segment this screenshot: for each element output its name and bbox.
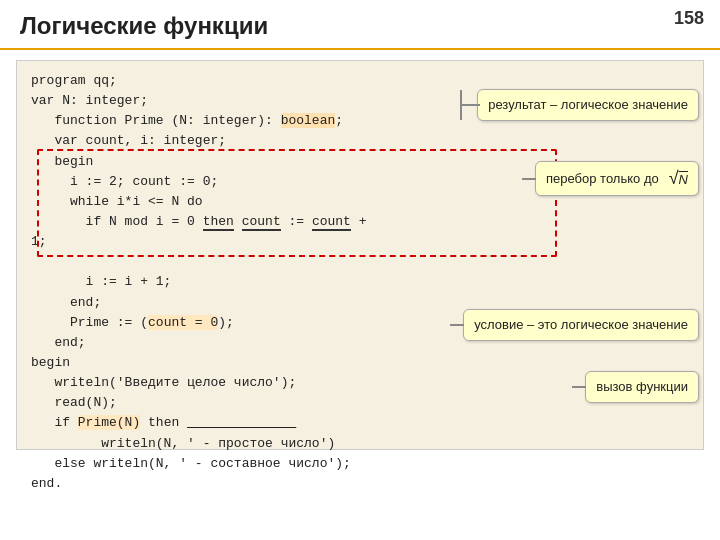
code-line-11: i := i + 1; [31, 272, 689, 292]
while-block-border [37, 149, 557, 257]
callout-sqrt: перебор только до √N [535, 161, 699, 196]
sqrt-n-symbol: √N [665, 167, 688, 190]
page-number: 158 [674, 8, 704, 29]
code-line-18: if Prime(N) then [31, 413, 689, 433]
code-block: program qq; var N: integer; function Pri… [16, 60, 704, 450]
code-line-20: else writeln(N, ' - составное число'); [31, 454, 689, 474]
page-title: Логические функции [0, 0, 720, 50]
code-line-19: writeln(N, ' - простое число') [31, 434, 689, 454]
code-line-21: end. [31, 474, 689, 494]
callout-boolean: результат – логическое значение [477, 89, 699, 121]
callout-condition: условие – это логическое значение [463, 309, 699, 341]
callout-function-call: вызов функции [585, 371, 699, 403]
